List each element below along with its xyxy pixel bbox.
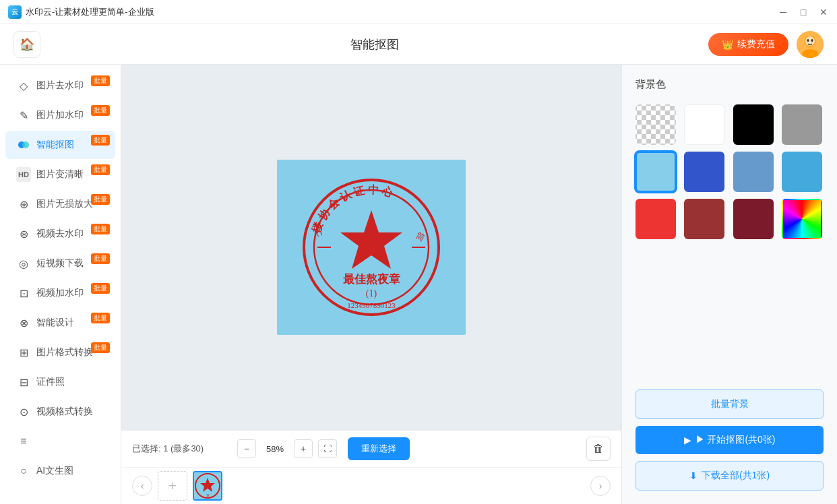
batch-badge: 批量 <box>91 253 110 264</box>
svg-text:(1): (1) <box>366 288 377 299</box>
svg-text:1234567890123: 1234567890123 <box>347 301 396 309</box>
sidebar-item-image-enlarge[interactable]: ⊕ 图片无损放大 批量 <box>5 190 115 218</box>
delete-button[interactable]: 🗑 <box>586 437 611 461</box>
stamp-svg: 楼 协 会 认 证 中 心 最佳熬夜章 (1) 1234567890123 竹 … <box>297 173 445 321</box>
add-image-button[interactable]: + <box>158 471 187 501</box>
reselect-button[interactable]: 重新选择 <box>348 437 410 460</box>
color-swatch-white[interactable] <box>684 104 724 145</box>
recharge-button[interactable]: 👑 续费充值 <box>708 33 788 56</box>
page-title: 智能抠图 <box>350 36 399 53</box>
video-watermark-icon: ⊛ <box>16 226 31 241</box>
sidebar-item-label: 图片格式转换 <box>36 346 93 358</box>
sidebar-item-smart-design[interactable]: ⊗ 智能设计 批量 <box>5 309 115 337</box>
sidebar-item-label: 智能抠图 <box>36 139 74 151</box>
svg-point-5 <box>811 39 813 42</box>
sidebar-item-label: 视频加水印 <box>36 287 84 299</box>
svg-marker-10 <box>340 210 402 269</box>
download-label: 下载全部(共1张) <box>702 470 770 482</box>
home-button[interactable]: 🏠 <box>13 31 40 58</box>
sidebar-item-image-convert[interactable]: ⊞ 图片格式转换 批量 <box>5 338 115 367</box>
header: 🏠 智能抠图 👑 续费充值 <box>0 24 837 65</box>
avatar[interactable] <box>797 31 824 58</box>
zoom-out-button[interactable]: − <box>237 439 256 458</box>
minimize-button[interactable]: ─ <box>778 7 788 18</box>
sidebar-item-menu[interactable]: ≡ <box>5 427 115 455</box>
sidebar-item-short-video[interactable]: ◎ 短视频下载 批量 <box>5 249 115 278</box>
sidebar-item-image-hd[interactable]: HD 图片变清晰 批量 <box>5 160 115 189</box>
sidebar-item-label: 证件照 <box>36 376 65 388</box>
sidebar-item-smart-cutout[interactable]: 智能抠图 批量 <box>5 131 115 159</box>
sidebar-item-label: 图片去水印 <box>36 80 84 92</box>
svg-text:楼 协 会 认 证 中 心: 楼 协 会 认 证 中 心 <box>310 184 395 235</box>
download-all-button[interactable]: ⬇ 下载全部(共1张) <box>636 461 824 491</box>
color-swatch-medblue[interactable] <box>733 152 774 192</box>
svg-text:筒: 筒 <box>414 230 427 243</box>
video-convert-icon: ⊙ <box>16 404 31 419</box>
image-convert-icon: ⊞ <box>16 345 31 360</box>
video-add-icon: ⊡ <box>16 286 31 301</box>
id-photo-icon: ⊟ <box>16 375 31 389</box>
ai-image-icon: ○ <box>16 464 31 478</box>
short-video-icon: ◎ <box>16 256 31 271</box>
svg-point-4 <box>807 39 809 42</box>
color-swatch-red[interactable] <box>636 199 676 239</box>
zoom-in-button[interactable]: + <box>294 439 313 458</box>
color-swatch-deepred[interactable] <box>733 199 774 239</box>
thumbnail-item[interactable]: 章 <box>193 471 222 501</box>
titlebar: 云 水印云-让素材处理更简单-企业版 ─ □ ✕ <box>0 0 837 24</box>
color-swatch-black[interactable] <box>733 104 774 145</box>
sidebar-item-video-convert[interactable]: ⊙ 视频格式转换 <box>5 398 115 426</box>
svg-text:章: 章 <box>206 493 210 497</box>
crown-icon: 👑 <box>722 39 733 50</box>
sidebar-item-video-watermark[interactable]: ⊛ 视频去水印 批量 <box>5 220 115 248</box>
window-controls: ─ □ ✕ <box>778 7 829 18</box>
color-swatch-lightblue[interactable] <box>636 152 676 192</box>
svg-text:最佳熬夜章: 最佳熬夜章 <box>343 272 400 286</box>
sidebar-item-label: 图片无损放大 <box>36 198 93 210</box>
watermark-remove-icon: ◇ <box>16 78 31 93</box>
sidebar-item-watermark-add[interactable]: ✎ 图片加水印 批量 <box>5 101 115 129</box>
image-enlarge-icon: ⊕ <box>16 197 31 212</box>
batch-badge: 批量 <box>91 342 110 353</box>
start-cutout-button[interactable]: ▶ ▶ 开始抠图(共0张) <box>636 426 824 454</box>
batch-badge: 批量 <box>91 313 110 323</box>
image-hd-icon: HD <box>16 167 31 182</box>
selected-info: 已选择: 1 (最多30) <box>132 443 226 455</box>
sidebar-item-id-photo[interactable]: ⊟ 证件照 <box>5 368 115 396</box>
sidebar-item-label: AI文生图 <box>36 465 73 477</box>
sidebar-item-video-add[interactable]: ⊡ 视频加水印 批量 <box>5 279 115 307</box>
batch-badge: 批量 <box>91 283 110 294</box>
batch-bg-button[interactable]: 批量背景 <box>636 389 824 419</box>
main-layout: ◇ 图片去水印 批量 ✎ 图片加水印 批量 智能抠图 批量 HD 图片变清晰 批… <box>0 65 837 504</box>
canvas-area: 楼 协 会 认 证 中 心 最佳熬夜章 (1) 1234567890123 竹 … <box>121 65 621 430</box>
canvas-image: 楼 协 会 认 证 中 心 最佳熬夜章 (1) 1234567890123 竹 … <box>277 160 466 335</box>
color-swatch-transparent[interactable] <box>636 104 676 145</box>
batch-badge: 批量 <box>91 105 110 116</box>
app-logo: 云 水印云-让素材处理更简单-企业版 <box>8 5 154 19</box>
sidebar-item-ai-image[interactable]: ○ AI文生图 <box>5 457 115 485</box>
batch-badge: 批量 <box>91 135 110 146</box>
sidebar-item-label: 图片加水印 <box>36 109 84 121</box>
thumbnail-bar: ‹ + 章 › <box>121 468 621 504</box>
close-button[interactable]: ✕ <box>818 7 829 18</box>
color-swatch-gray[interactable] <box>782 104 822 145</box>
start-cutout-label: ▶ 开始抠图(共0张) <box>695 434 776 446</box>
prev-thumb-button[interactable]: ‹ <box>132 476 152 496</box>
play-icon: ▶ <box>684 435 691 445</box>
color-swatch-darkred[interactable] <box>684 199 724 239</box>
sidebar-item-watermark-remove[interactable]: ◇ 图片去水印 批量 <box>5 71 115 100</box>
color-swatch-skyblue[interactable] <box>782 152 822 192</box>
next-thumb-button[interactable]: › <box>590 476 611 496</box>
bg-section-title: 背景色 <box>636 78 824 91</box>
fit-button[interactable]: ⛶ <box>318 439 337 458</box>
bottom-controls: 已选择: 1 (最多30) − 58% + ⛶ 重新选择 🗑 <box>121 431 621 468</box>
bottom-bar: 已选择: 1 (最多30) − 58% + ⛶ 重新选择 🗑 ‹ + <box>121 430 621 504</box>
download-icon: ⬇ <box>689 470 698 481</box>
sidebar-item-label: 短视频下载 <box>36 257 84 270</box>
content-area: 楼 协 会 认 证 中 心 最佳熬夜章 (1) 1234567890123 竹 … <box>121 65 621 504</box>
header-right: 👑 续费充值 <box>708 31 824 58</box>
maximize-button[interactable]: □ <box>798 7 809 18</box>
color-swatch-blue[interactable] <box>684 152 724 192</box>
batch-badge: 批量 <box>91 224 110 234</box>
color-swatch-rainbow[interactable] <box>782 199 822 239</box>
